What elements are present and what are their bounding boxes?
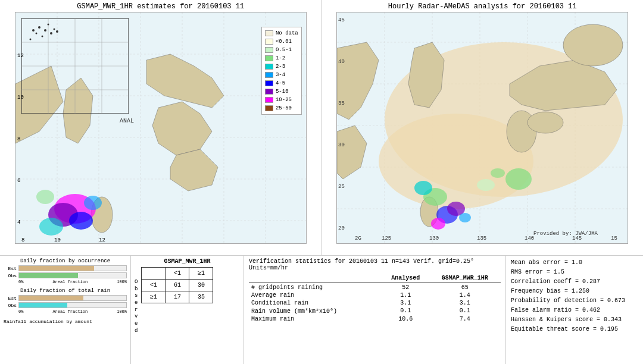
legend-10-25: 10-25: [265, 96, 298, 104]
stats-col-gsmap-header: GSMAP_MWR_1HR: [429, 274, 501, 283]
contingency-table: <1 ≥1 <1 61 30 ≥1 17 35: [141, 267, 213, 303]
legend-4-5: 4-5: [265, 79, 298, 87]
legend-color-05-1: [265, 47, 273, 53]
freq-bias: Frequency bias = 1.250: [511, 287, 638, 296]
legend-label-3-4: 3-4: [276, 71, 285, 79]
legend-label-1-2: 1-2: [276, 54, 285, 62]
stats-analysed-maxrain: 10.6: [382, 315, 429, 323]
svg-text:ANAL: ANAL: [120, 118, 134, 124]
legend-1-2: 1-2: [265, 54, 298, 62]
est-label-occurrence: Est: [4, 266, 17, 271]
legend-label-lt001: <0.01: [276, 37, 292, 46]
svg-text:135: 135: [477, 236, 486, 241]
left-map-title: GSMAP_MWR_1HR estimates for 20160103 11: [0, 0, 322, 12]
right-stats-section: Mean abs error = 1.0 RMS error = 1.5 Cor…: [506, 256, 643, 364]
legend-label-10-25: 10-25: [276, 96, 292, 104]
map-legend: No data <0.01 0.5-1 1-2: [261, 27, 302, 115]
svg-text:130: 130: [429, 236, 439, 241]
right-map-svg: 45 40 35 30 25 20 2G 125 130 135 140 145…: [336, 12, 628, 244]
stats-label-maxrain: Maximum rain: [249, 315, 382, 323]
svg-text:25: 25: [338, 184, 345, 190]
svg-text:4: 4: [17, 219, 20, 225]
rain-axis-mid: Areal fraction: [52, 309, 88, 314]
cont-header-empty: [142, 268, 166, 280]
correlation-coeff: Correlation coeff = 0.287: [511, 277, 638, 287]
svg-text:140: 140: [525, 236, 534, 241]
false-alarm-ratio: False alarm ratio = 0.462: [511, 306, 638, 315]
legend-label-4-5: 4-5: [276, 79, 285, 87]
stats-label-avgrain: Average rain: [249, 291, 382, 299]
obs-rain-fill-cyan: [19, 303, 67, 307]
equitable-threat: Equitable threat score = 0.195: [511, 325, 638, 334]
occurrence-axis: 0% Areal fraction 100%: [18, 280, 127, 284]
legend-color-3-4: [265, 72, 273, 78]
stats-header-row: Analysed GSMAP_MWR_1HR: [249, 274, 501, 283]
observed-label-wrap: O b s e r v e d: [135, 279, 138, 335]
svg-text:6: 6: [17, 178, 20, 184]
est-occurrence-bar: [18, 265, 127, 271]
contingency-table-wrap: O b s e r v e d <1 ≥1: [135, 267, 240, 335]
cont-val-gte1-lt1: 17: [166, 291, 189, 303]
obs-rain-bar: [18, 302, 127, 308]
verification-title: Verification statistics for 20160103 11 …: [249, 258, 501, 271]
legend-lt001: <0.01: [265, 37, 298, 46]
legend-color-5-10: [265, 89, 273, 95]
legend-05-1: 0.5-1: [265, 46, 298, 54]
total-rain-chart-title: Daily fraction of total rain: [4, 288, 127, 294]
stats-analysed-rainvol: 0.1: [382, 307, 429, 315]
svg-point-67: [527, 112, 563, 133]
obs-vert-label: O: [135, 279, 138, 286]
legend-color-1-2: [265, 55, 273, 61]
right-map-panel: Hourly Radar-AMeDAS analysis for 2016010…: [322, 0, 644, 255]
obs-occurrence-fill-green: [19, 273, 78, 278]
est-occurrence-fill-tan: [19, 266, 94, 271]
legend-label-5-10: 5-10: [276, 87, 289, 96]
legend-color-lt001: [265, 39, 273, 45]
svg-point-20: [69, 212, 93, 230]
maps-row: GSMAP_MWR_1HR estimates for 20160103 11: [0, 0, 643, 256]
rms-error: RMS error = 1.5: [511, 268, 638, 277]
svg-text:125: 125: [382, 236, 391, 241]
obs-rain-row: Obs: [4, 302, 127, 308]
legend-2-3: 2-3: [265, 62, 298, 71]
occurrence-chart-title: Daily fraction by occurrence: [4, 258, 127, 264]
cont-val-lt1-gte1: 30: [189, 280, 213, 291]
stats-analysed-avgrain: 1.1: [382, 291, 429, 299]
svg-text:35: 35: [338, 101, 345, 106]
est-rain-row: Est: [4, 295, 127, 301]
svg-text:40: 40: [338, 59, 345, 65]
svg-text:Provided by: JWA/JMA: Provided by: JWA/JMA: [533, 231, 598, 237]
est-rain-bar: [18, 295, 127, 301]
axis-end: 100%: [117, 280, 127, 284]
stats-row-maxrain: Maximum rain 10.6 7.4: [249, 315, 501, 323]
svg-point-34: [41, 36, 43, 37]
legend-label-05-1: 0.5-1: [276, 46, 292, 54]
svg-text:12: 12: [17, 53, 24, 59]
stats-gsmap-gridpoints: 65: [429, 284, 501, 291]
stats-col-label-header: [249, 274, 382, 283]
obs-occurrence-row: Obs: [4, 272, 127, 278]
axis-mid: Areal fraction: [52, 280, 88, 284]
legend-label-25-50: 25-50: [276, 104, 292, 112]
cont-val-lt1-lt1: 61: [166, 280, 189, 291]
stats-label-rainvol: Rain volume (mm*km²x10⁶): [249, 307, 382, 315]
cont-row-label-gte1: ≥1: [142, 291, 166, 303]
svg-point-79: [491, 168, 505, 178]
svg-point-33: [38, 26, 40, 29]
stats-gsmap-rainvol: 0.1: [429, 307, 501, 315]
stats-col-analysed-header: Analysed: [382, 274, 429, 283]
right-map-title: Hourly Radar-AMeDAS analysis for 2016010…: [322, 0, 644, 12]
obs-label-occurrence: Obs: [4, 273, 17, 278]
svg-point-72: [414, 181, 432, 195]
svg-point-69: [563, 24, 623, 66]
svg-point-23: [36, 190, 54, 204]
legend-5-10: 5-10: [265, 87, 298, 96]
occurrence-bar-chart: Est Obs 0% Areal fraction 100%: [4, 265, 127, 284]
stats-analysed-gridpoints: 52: [382, 284, 429, 291]
svg-text:30: 30: [338, 142, 345, 148]
stats-row-avgrain: Average rain 1.1 1.4: [249, 291, 501, 299]
stats-gsmap-maxrain: 7.4: [429, 315, 501, 323]
rain-axis-start: 0%: [18, 309, 23, 314]
svg-text:2G: 2G: [355, 236, 361, 241]
svg-point-40: [29, 39, 31, 40]
